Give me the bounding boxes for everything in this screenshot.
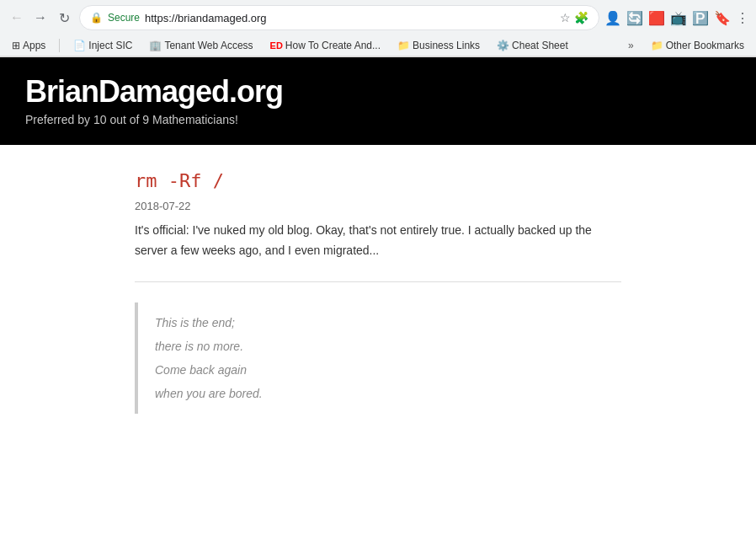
post-excerpt: It's official: I've nuked my old blog. O… (135, 221, 621, 261)
post-title: rm -Rf / (135, 170, 621, 191)
cheat-sheet-label: Cheat Sheet (512, 40, 568, 51)
tenant-label: Tenant Web Access (164, 40, 253, 51)
bookmark-tenant-web-access[interactable]: 🏢 Tenant Web Access (144, 38, 258, 53)
star-icon[interactable]: ☆ (560, 11, 571, 24)
bookmark-apps[interactable]: ⊞ Apps (7, 38, 51, 53)
bookmark-business-links[interactable]: 📁 Business Links (392, 38, 485, 53)
site-header: BrianDamaged.org Preferred by 10 out of … (0, 57, 756, 145)
blockquote-line4: when you are bored. (155, 387, 263, 400)
site-title: BrianDamaged.org (25, 74, 731, 110)
reload-button[interactable]: ↻ (54, 8, 74, 28)
apps-icon: ⊞ (12, 40, 20, 51)
address-actions: ☆ 🧩 (560, 11, 588, 24)
business-icon: 📁 (397, 40, 410, 51)
blockquote-line2: there is no more. (155, 340, 243, 353)
pinterest-icon[interactable]: 🅿️ (692, 10, 709, 26)
menu-icon[interactable]: ⋮ (736, 10, 749, 26)
blockquote-line3: Come back again (155, 363, 247, 377)
blockquote-text: This is the end; there is no more. Come … (155, 311, 621, 405)
cast-icon[interactable]: 📺 (670, 10, 687, 26)
nav-buttons: ← → ↻ (7, 8, 74, 28)
url-display: https://briandamaged.org (145, 12, 555, 24)
lock-icon: 🔒 (90, 12, 103, 24)
tenant-icon: 🏢 (149, 40, 162, 51)
business-label: Business Links (413, 40, 480, 51)
bookmark-icon[interactable]: 🔖 (714, 10, 731, 26)
blockquote-section: This is the end; there is no more. Come … (135, 302, 621, 414)
post-date: 2018-07-22 (135, 200, 621, 212)
folder-icon: 📁 (651, 40, 663, 51)
bookmark-separator (59, 39, 60, 52)
browser-chrome: ← → ↻ 🔒 Secure https://briandamaged.org … (0, 0, 756, 57)
bookmark-other[interactable]: 📁 Other Bookmarks (646, 38, 749, 53)
address-bar[interactable]: 🔒 Secure https://briandamaged.org ☆ 🧩 (79, 5, 599, 30)
browser-toolbar: ← → ↻ 🔒 Secure https://briandamaged.org … (0, 0, 756, 35)
bookmarks-bar: ⊞ Apps 📄 Inject SIC 🏢 Tenant Web Access … (0, 35, 756, 56)
bookmark-cheat-sheet[interactable]: ⚙️ Cheat Sheet (492, 38, 573, 53)
inject-sic-icon: 📄 (73, 40, 86, 51)
extension-puzzle-icon[interactable]: 🟥 (648, 10, 665, 26)
account-icon[interactable]: 👤 (604, 10, 621, 26)
blockquote-line1: This is the end; (155, 316, 235, 329)
back-button[interactable]: ← (7, 8, 27, 28)
inject-sic-label: Inject SIC (88, 40, 132, 51)
bookmark-how-to-create[interactable]: ED How To Create And... (265, 38, 386, 53)
more-bookmarks-button[interactable]: » (623, 38, 639, 53)
toolbar-actions: 👤 🔄 🟥 📺 🅿️ 🔖 ⋮ (604, 10, 749, 26)
extension-icon[interactable]: 🧩 (574, 11, 588, 24)
how-to-label: How To Create And... (285, 40, 381, 51)
bookmark-inject-sic[interactable]: 📄 Inject SIC (68, 38, 137, 53)
sync-icon[interactable]: 🔄 (626, 10, 643, 26)
secure-label: Secure (108, 12, 140, 24)
site-content: rm -Rf / 2018-07-22 It's official: I've … (0, 145, 756, 439)
how-to-icon: ED (270, 40, 283, 51)
apps-label: Apps (23, 40, 45, 51)
forward-button[interactable]: → (30, 8, 51, 28)
other-bookmarks-label: Other Bookmarks (666, 40, 744, 51)
post-divider (135, 281, 621, 282)
cheat-sheet-icon: ⚙️ (497, 40, 509, 51)
site-tagline: Preferred by 10 out of 9 Mathematicians! (25, 113, 731, 126)
